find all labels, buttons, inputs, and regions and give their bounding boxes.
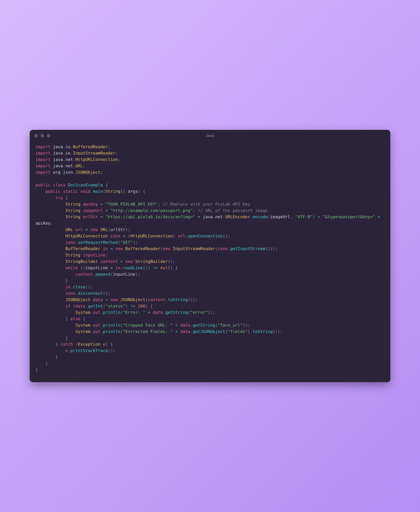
code-token: JSONObject [75,170,100,175]
code-token: StringBuilder [66,259,98,264]
code-token [173,323,175,328]
code-token: . [75,291,78,296]
code-token: URL [100,227,108,232]
code-token [98,227,100,232]
code-token: . [90,323,93,328]
code-token [51,145,53,149]
code-block[interactable]: import java.io.BufferedReader; import ja… [30,141,390,382]
code-token: "UTF-8" [295,214,313,219]
code-token: imageUrl [270,214,290,219]
code-token: ) { [170,266,178,270]
code-token: ()); [273,329,283,334]
code-token: ; [100,170,103,175]
code-token: in [115,266,120,270]
code-token: = [100,202,103,206]
code-token: System [75,329,90,334]
close-icon[interactable] [34,134,38,138]
code-token: ( [215,246,218,251]
code-token: [] [120,189,128,194]
code-token: . [70,284,73,289]
code-token: // Replace with your PixLab API Key [163,202,250,206]
code-token: String [66,202,81,206]
code-token: ( [103,189,105,194]
code-token: ; [158,202,163,206]
code-token: println [103,310,120,315]
code-token: . [223,214,225,219]
code-token: org [53,170,60,175]
code-token: ( [110,272,113,276]
code-token [113,246,115,251]
code-token: ; [118,157,120,162]
code-token [200,214,203,219]
code-token [81,202,83,206]
code-token [36,272,75,276]
code-token: URL [66,227,73,232]
code-token: ) { [145,304,153,308]
code-token: . [120,266,123,270]
code-token: . [90,310,93,315]
code-token: conn [66,291,75,296]
code-token: . [228,246,230,251]
code-token: System [75,323,90,328]
code-token [36,234,66,238]
code-token [108,208,110,213]
code-token: imageUrl [83,208,103,213]
code-token: "status" [105,304,125,308]
code-token: } [36,367,38,372]
code-token: StringBuilder [135,259,168,264]
code-token: "face_url" [218,323,243,328]
code-token [108,297,110,302]
code-token: toString [168,297,188,302]
code-token: { [103,183,108,187]
code-token: . [100,323,103,328]
code-token: "Extracted Fields: " [123,329,173,334]
code-token: ( [225,329,228,334]
code-token: BufferedReader [73,145,108,149]
code-token [103,208,105,213]
code-token: BufferedReader [125,246,160,251]
code-token: import [36,151,51,155]
code-token: ) { [138,189,145,194]
code-token: json [63,170,73,175]
code-token: new [110,297,118,302]
code-token: { [63,195,68,200]
code-token [178,323,180,328]
code-token [36,227,66,232]
code-token: (); [103,291,111,296]
code-token [98,202,100,206]
code-token [100,342,103,347]
code-token [103,202,105,206]
minimize-icon[interactable] [40,134,44,138]
code-token: ( [215,323,218,328]
code-token: setRequestMethod [78,240,118,245]
code-token [51,163,53,168]
code-token [158,266,160,270]
code-token: ( [120,310,123,315]
code-token: + [175,323,178,328]
code-token: out [93,329,100,334]
code-token: readLine [123,266,143,270]
code-token: out [93,323,100,328]
maximize-icon[interactable] [47,134,50,138]
code-token: new [115,246,123,251]
code-token: (); [108,348,115,353]
code-token [60,189,63,194]
window-controls [34,134,50,138]
code-token [36,304,66,308]
code-token: encode [253,214,268,219]
code-token: } [36,342,60,347]
code-token: data [75,304,85,308]
code-token: String [66,214,81,219]
code-token [90,189,93,194]
code-token [120,234,123,238]
code-token: close [73,284,85,289]
code-token: class [53,183,65,187]
code-token: append [95,272,110,276]
code-token: ; [193,208,198,213]
code-token [36,259,66,264]
code-token: ( [70,304,75,308]
editor-window: Java import java.io.BufferedReader; impo… [30,130,390,382]
code-token: . [190,323,193,328]
code-token: ( [120,323,123,328]
code-token: ( [73,342,78,347]
